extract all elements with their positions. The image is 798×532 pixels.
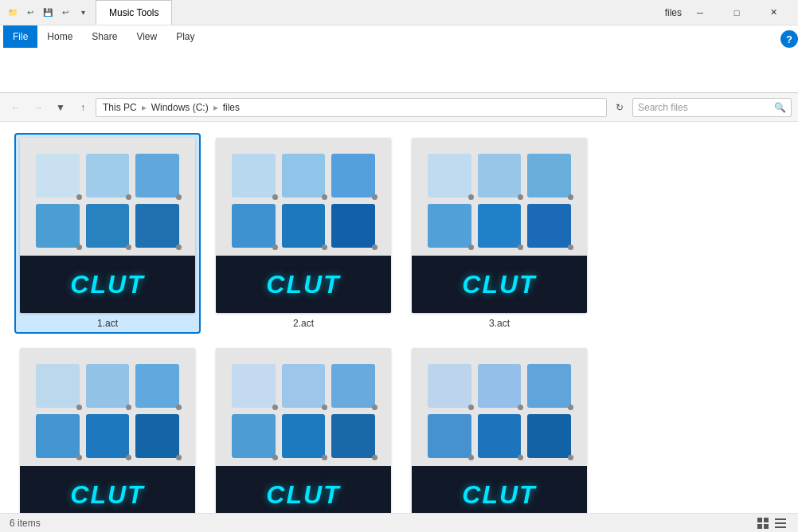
clut-cell bbox=[282, 414, 326, 458]
svg-rect-5 bbox=[775, 522, 786, 524]
svg-rect-3 bbox=[764, 524, 769, 529]
breadcrumb-thispc[interactable]: This PC bbox=[103, 102, 137, 113]
tab-share[interactable]: Share bbox=[82, 25, 127, 48]
clut-cell bbox=[36, 364, 80, 408]
clut-label-area: CLUT bbox=[412, 256, 587, 313]
recent-locations-button[interactable]: ▼ bbox=[51, 98, 70, 117]
clut-cell bbox=[282, 154, 326, 198]
file-item[interactable]: CLUT 4.act bbox=[16, 345, 199, 513]
file-item[interactable]: CLUT 1.act bbox=[16, 135, 199, 332]
clut-cell bbox=[232, 204, 276, 248]
refresh-button[interactable]: ↻ bbox=[610, 98, 629, 117]
clut-cell bbox=[282, 364, 326, 408]
search-placeholder: Search files bbox=[638, 102, 688, 113]
file-thumbnail: CLUT bbox=[216, 348, 391, 513]
clut-cell bbox=[135, 414, 179, 458]
file-thumbnail: CLUT bbox=[20, 348, 195, 513]
clut-cell bbox=[428, 204, 471, 248]
up-button[interactable]: ↑ bbox=[73, 98, 92, 117]
clut-cell bbox=[527, 154, 571, 198]
clut-cell bbox=[135, 154, 179, 198]
ribbon: File Home Share View Play ? bbox=[0, 25, 798, 93]
quick-access-icon: ↩ bbox=[24, 6, 37, 19]
ribbon-tab-strip: Music Tools bbox=[96, 0, 659, 25]
sep1: ▸ bbox=[142, 102, 147, 113]
sep2: ▸ bbox=[213, 102, 218, 113]
file-item[interactable]: CLUT 2.act bbox=[212, 135, 395, 332]
clut-label-area: CLUT bbox=[216, 466, 391, 513]
clut-cell bbox=[36, 414, 80, 458]
file-name: 2.act bbox=[293, 318, 314, 329]
statusbar: 6 items bbox=[0, 513, 798, 532]
clut-cell bbox=[478, 204, 522, 248]
search-bar[interactable]: Search files 🔍 bbox=[632, 98, 792, 117]
maximize-button[interactable]: □ bbox=[718, 0, 755, 25]
titlebar-system-icons: 📁 ↩ 💾 ↩ ▾ bbox=[6, 6, 89, 19]
clut-cell bbox=[478, 414, 522, 458]
undo-icon: ↩ bbox=[59, 6, 72, 19]
search-icon: 🔍 bbox=[774, 102, 786, 113]
forward-button[interactable]: → bbox=[29, 98, 48, 117]
clut-cell bbox=[135, 364, 179, 408]
help-button[interactable]: ? bbox=[780, 30, 798, 48]
clut-cell bbox=[527, 364, 571, 408]
svg-rect-4 bbox=[775, 518, 786, 520]
tab-view[interactable]: View bbox=[127, 25, 166, 48]
clut-label-area: CLUT bbox=[20, 466, 195, 513]
back-button[interactable]: ← bbox=[6, 98, 25, 117]
clut-cell bbox=[86, 154, 130, 198]
clut-text: CLUT bbox=[70, 480, 144, 510]
window-title: files bbox=[665, 7, 682, 18]
breadcrumb-windows[interactable]: Windows (C:) bbox=[151, 102, 209, 113]
file-item[interactable]: CLUT 6.act bbox=[408, 345, 591, 513]
clut-cell bbox=[428, 414, 471, 458]
clut-cell bbox=[282, 204, 326, 248]
ribbon-tabs: File Home Share View Play ? bbox=[0, 25, 798, 48]
file-item[interactable]: CLUT 3.act bbox=[408, 135, 591, 332]
address-bar[interactable]: This PC ▸ Windows (C:) ▸ files bbox=[96, 98, 607, 117]
clut-text: CLUT bbox=[462, 270, 536, 299]
clut-label-area: CLUT bbox=[20, 256, 195, 313]
tab-home[interactable]: Home bbox=[37, 25, 82, 48]
clut-cell bbox=[232, 154, 276, 198]
clut-cell bbox=[86, 364, 130, 408]
file-thumbnail: CLUT bbox=[216, 138, 391, 313]
tab-file[interactable]: File bbox=[3, 25, 37, 48]
breadcrumb-files[interactable]: files bbox=[223, 102, 240, 113]
clut-cell bbox=[527, 414, 571, 458]
clut-cell bbox=[331, 364, 375, 408]
navbar: ← → ▼ ↑ This PC ▸ Windows (C:) ▸ files ↻… bbox=[0, 93, 798, 122]
clut-grid bbox=[216, 138, 391, 256]
close-button[interactable]: ✕ bbox=[755, 0, 792, 25]
clut-cell bbox=[428, 364, 471, 408]
dropdown-icon[interactable]: ▾ bbox=[76, 6, 89, 19]
tab-play[interactable]: Play bbox=[166, 25, 204, 48]
save-icon: 💾 bbox=[41, 6, 54, 19]
clut-cell bbox=[428, 154, 471, 198]
view-buttons bbox=[755, 515, 788, 531]
clut-cell bbox=[86, 204, 130, 248]
clut-label-area: CLUT bbox=[412, 466, 587, 513]
clut-cell bbox=[331, 204, 375, 248]
clut-text: CLUT bbox=[462, 480, 536, 510]
file-thumbnail: CLUT bbox=[412, 348, 587, 513]
clut-grid bbox=[20, 348, 195, 466]
clut-label-area: CLUT bbox=[216, 256, 391, 313]
clut-grid bbox=[412, 348, 587, 466]
clut-cell bbox=[36, 154, 80, 198]
details-view-button[interactable] bbox=[773, 515, 788, 531]
main-area: CLUT 1.act bbox=[0, 122, 798, 513]
file-grid: CLUT 1.act bbox=[0, 122, 798, 513]
clut-cell bbox=[478, 364, 522, 408]
file-thumbnail: CLUT bbox=[20, 138, 195, 313]
clut-cell bbox=[36, 204, 80, 248]
large-icon-view-button[interactable] bbox=[755, 515, 771, 531]
clut-cell bbox=[135, 204, 179, 248]
titlebar: 📁 ↩ 💾 ↩ ▾ Music Tools files ─ □ ✕ bbox=[0, 0, 798, 25]
clut-text: CLUT bbox=[266, 270, 340, 299]
window-controls: ─ □ ✕ bbox=[682, 0, 792, 25]
file-item[interactable]: CLUT 5.act bbox=[212, 345, 395, 513]
music-tools-tab[interactable]: Music Tools bbox=[96, 0, 172, 25]
clut-cell bbox=[86, 414, 130, 458]
minimize-button[interactable]: ─ bbox=[682, 0, 718, 25]
